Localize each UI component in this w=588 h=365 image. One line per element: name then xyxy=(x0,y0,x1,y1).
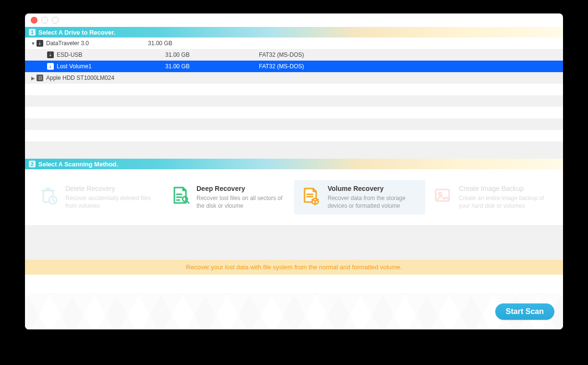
volume-row[interactable]: ⇣ ESD-USB 31.00 GB FAT32 (MS-DOS) xyxy=(25,49,563,61)
drive-size: 31.00 GB xyxy=(148,40,242,47)
action-area: Start Scan xyxy=(25,293,563,329)
step-badge: 2 xyxy=(29,161,36,167)
section-divider xyxy=(25,153,563,159)
empty-rows xyxy=(25,84,563,153)
method-title: Deep Recovery xyxy=(196,185,287,192)
step2-title: Select A Scanning Method. xyxy=(38,161,118,168)
usb-drive-icon: ⇣ xyxy=(47,63,54,70)
method-title: Delete Recovery xyxy=(65,185,156,192)
step1-title: Select A Drive to Recover. xyxy=(38,29,115,36)
method-desc: Recover lost files on all sectors of the… xyxy=(196,194,287,210)
method-delete-recovery[interactable]: Delete Recovery Recover accidentally del… xyxy=(32,180,163,214)
step2-header: 2 Select A Scanning Method. xyxy=(25,159,563,169)
volume-size: 31.00 GB xyxy=(165,63,259,70)
volume-fs: FAT32 (MS-DOS) xyxy=(259,63,563,70)
drive-list: ▼ ⇣ DataTraveler 3.0 31.00 GB ⇣ ESD-USB … xyxy=(25,38,563,153)
method-title: Create Image Backup xyxy=(459,185,550,192)
zoom-icon xyxy=(52,17,59,24)
minimize-icon xyxy=(41,17,48,24)
close-icon[interactable] xyxy=(31,17,37,24)
background-pattern xyxy=(25,293,563,329)
volume-fs: FAT32 (MS-DOS) xyxy=(259,51,563,58)
drive-row[interactable]: ▶ ⌼ Apple HDD ST1000LM024 xyxy=(25,72,563,84)
hdd-icon: ⌼ xyxy=(37,75,43,81)
start-scan-button[interactable]: Start Scan xyxy=(495,303,554,320)
document-box-icon xyxy=(301,185,322,206)
method-title: Volume Recovery xyxy=(328,185,418,192)
drive-name: DataTraveler 3.0 xyxy=(46,40,148,47)
spacer xyxy=(25,225,563,260)
method-image-backup[interactable]: Create Image Backup Create an entire ima… xyxy=(425,180,556,214)
volume-row-selected[interactable]: ⇣ Lost Volume1 31.00 GB FAT32 (MS-DOS) xyxy=(25,61,563,72)
method-desc: Create an entire image backup of your ha… xyxy=(459,194,550,210)
image-icon xyxy=(432,185,453,206)
app-window: 1 Select A Drive to Recover. ▼ ⇣ DataTra… xyxy=(25,13,563,329)
chevron-down-icon[interactable]: ▼ xyxy=(31,41,36,46)
trash-clock-icon xyxy=(38,185,60,206)
volume-name: Lost Volume1 xyxy=(57,63,165,70)
titlebar xyxy=(25,13,563,27)
method-desc: Recover data from the storage devices or… xyxy=(328,194,418,210)
hint-banner: Recover your lost data with file system … xyxy=(25,260,563,275)
document-magnify-icon xyxy=(170,185,191,206)
step-badge: 1 xyxy=(29,29,36,36)
usb-drive-icon: ⇣ xyxy=(47,51,54,58)
method-volume-recovery[interactable]: Volume Recovery Recover data from the st… xyxy=(294,180,425,214)
method-desc: Recover accidentally deleted files from … xyxy=(65,194,156,210)
hint-text: Recover your lost data with file system … xyxy=(186,264,402,271)
drive-name: Apple HDD ST1000LM024 xyxy=(46,75,148,81)
drive-row[interactable]: ▼ ⇣ DataTraveler 3.0 31.00 GB xyxy=(25,38,563,49)
chevron-right-icon[interactable]: ▶ xyxy=(31,76,36,81)
method-deep-recovery[interactable]: Deep Recovery Recover lost files on all … xyxy=(163,180,294,214)
methods-panel: Delete Recovery Recover accidentally del… xyxy=(25,169,563,225)
volume-name: ESD-USB xyxy=(57,51,165,58)
step1-header: 1 Select A Drive to Recover. xyxy=(25,27,563,38)
volume-size: 31.00 GB xyxy=(165,51,259,58)
svg-point-4 xyxy=(439,192,441,195)
usb-drive-icon: ⇣ xyxy=(37,40,43,47)
